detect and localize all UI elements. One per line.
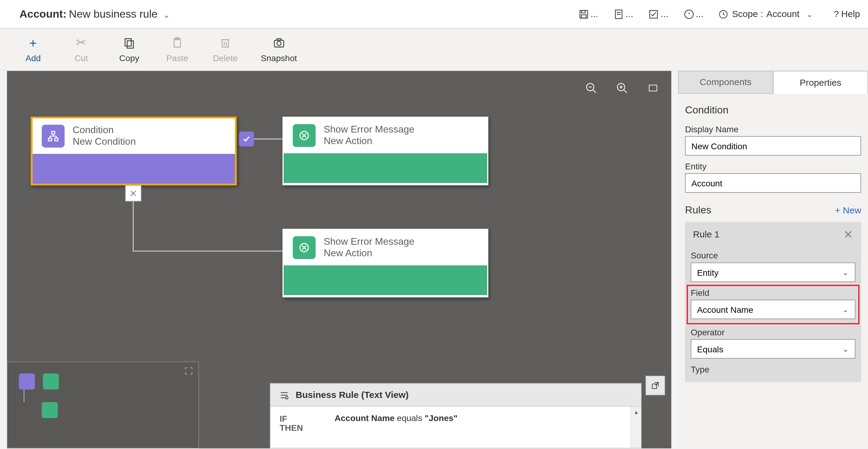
chevron-down-icon: ⌄	[842, 305, 849, 314]
title-prefix: Account:	[20, 8, 67, 20]
svg-point-46	[285, 396, 288, 398]
help-label: Help	[841, 9, 860, 19]
true-connector[interactable]	[239, 131, 254, 147]
fit-to-screen-button[interactable]	[646, 81, 660, 95]
rule-title: Rule 1	[693, 229, 719, 240]
chevron-down-icon: ⌄	[806, 9, 813, 19]
svg-rect-30	[55, 138, 58, 141]
svg-line-24	[624, 90, 627, 93]
chevron-down-icon: ⌄	[842, 268, 849, 277]
properties-heading: Condition	[685, 104, 861, 116]
rule-card: Rule 1 ✕ Source Entity ⌄ Field Account N…	[685, 222, 861, 382]
svg-rect-10	[127, 41, 133, 48]
list-settings-icon	[278, 390, 290, 400]
scope-label: Scope :	[732, 9, 763, 19]
action-node-false[interactable]: Show Error Message New Action	[282, 229, 488, 298]
paste-icon	[171, 36, 184, 50]
node-title: Condition	[73, 125, 136, 136]
svg-rect-19	[277, 39, 281, 40]
camera-icon	[272, 36, 286, 50]
cut-button[interactable]: ✂ Cut	[69, 36, 94, 63]
new-rule-button[interactable]: + New	[835, 205, 861, 215]
question-icon: ?	[834, 9, 839, 19]
action-node-true[interactable]: Show Error Message New Action	[282, 117, 488, 185]
activate-button[interactable]: ...	[683, 8, 703, 20]
condition-node[interactable]: Condition New Condition	[31, 117, 237, 185]
field-select[interactable]: Account Name ⌄	[691, 300, 856, 319]
display-name-label: Display Name	[685, 124, 861, 134]
svg-line-21	[593, 90, 596, 93]
svg-rect-9	[125, 39, 131, 46]
field-label: Field	[691, 288, 856, 297]
trash-icon	[219, 36, 231, 50]
text-then: THEN	[280, 423, 632, 432]
text-condition: Account Name equals "Jones"	[335, 413, 632, 423]
scroll-up-icon[interactable]: ▴	[631, 407, 642, 417]
node-subtitle: New Action	[324, 136, 414, 147]
expand-icon[interactable]: ⛶	[185, 367, 193, 376]
tab-properties[interactable]: Properties	[773, 71, 868, 94]
field-highlight: Field Account Name ⌄	[687, 286, 859, 324]
chevron-down-icon: ⌄	[842, 345, 849, 354]
error-message-icon	[293, 236, 315, 259]
svg-rect-1	[581, 10, 585, 13]
scissors-icon: ✂	[76, 36, 86, 50]
type-label: Type	[691, 364, 856, 374]
display-name-input[interactable]	[685, 136, 861, 156]
node-title: Show Error Message	[324, 236, 414, 248]
scope-icon	[718, 9, 728, 19]
operator-select[interactable]: Equals ⌄	[691, 339, 856, 359]
scope-value: Account	[767, 9, 800, 19]
validate-button[interactable]: ...	[648, 8, 668, 20]
properties-panel: Components Properties Condition Display …	[678, 71, 868, 448]
svg-rect-2	[581, 14, 586, 18]
tab-components[interactable]: Components	[678, 71, 773, 94]
title-name: New business rule	[69, 8, 157, 20]
delete-button[interactable]: Delete	[213, 36, 238, 63]
popout-button[interactable]	[646, 376, 665, 395]
paste-button[interactable]: Paste	[165, 36, 190, 63]
minimap[interactable]: ⛶	[7, 361, 199, 448]
node-subtitle: New Condition	[73, 136, 136, 148]
save-as-button[interactable]: ...	[613, 8, 633, 20]
entity-label: Entity	[685, 161, 861, 171]
condition-icon	[42, 125, 64, 147]
snapshot-button[interactable]: Snapshot	[261, 36, 297, 63]
save-button[interactable]: ...	[578, 8, 598, 20]
source-label: Source	[691, 250, 856, 260]
chevron-down-icon: ⌄	[163, 10, 170, 19]
help-button[interactable]: ? Help	[834, 9, 860, 19]
error-message-icon	[293, 124, 315, 147]
svg-rect-27	[649, 85, 657, 91]
title-bar: Account: New business rule ⌄ ... ... ...…	[0, 0, 868, 29]
rules-heading: Rules	[685, 204, 711, 216]
zoom-out-button[interactable]	[584, 81, 598, 95]
toolbar: ＋ Add ✂ Cut Copy Paste Delete Snapshot	[0, 29, 868, 71]
zoom-in-button[interactable]	[615, 81, 629, 95]
plus-icon: ＋	[27, 36, 39, 50]
svg-rect-28	[52, 131, 55, 134]
node-title: Show Error Message	[324, 124, 414, 136]
copy-button[interactable]: Copy	[117, 36, 142, 63]
rule-title-dropdown[interactable]: Account: New business rule ⌄	[20, 8, 170, 20]
entity-input[interactable]	[685, 173, 861, 193]
text-view-panel: Business Rule (Text View) ▴ IF Account N…	[270, 383, 642, 448]
scrollbar[interactable]: ▴	[631, 407, 641, 448]
scope-selector[interactable]: Scope : Account ⌄	[718, 9, 813, 19]
copy-icon	[123, 36, 135, 50]
operator-label: Operator	[691, 327, 856, 337]
svg-rect-29	[48, 138, 51, 141]
designer-canvas[interactable]: Condition New Condition Show Error Messa…	[7, 71, 671, 448]
text-view-heading: Business Rule (Text View)	[296, 390, 409, 400]
source-select[interactable]: Entity ⌄	[691, 263, 856, 282]
add-button[interactable]: ＋ Add	[21, 36, 46, 63]
false-connector[interactable]: ✕	[125, 185, 141, 202]
node-subtitle: New Action	[324, 248, 414, 259]
close-icon[interactable]: ✕	[843, 228, 853, 241]
svg-rect-13	[222, 40, 228, 47]
svg-point-18	[277, 41, 281, 46]
